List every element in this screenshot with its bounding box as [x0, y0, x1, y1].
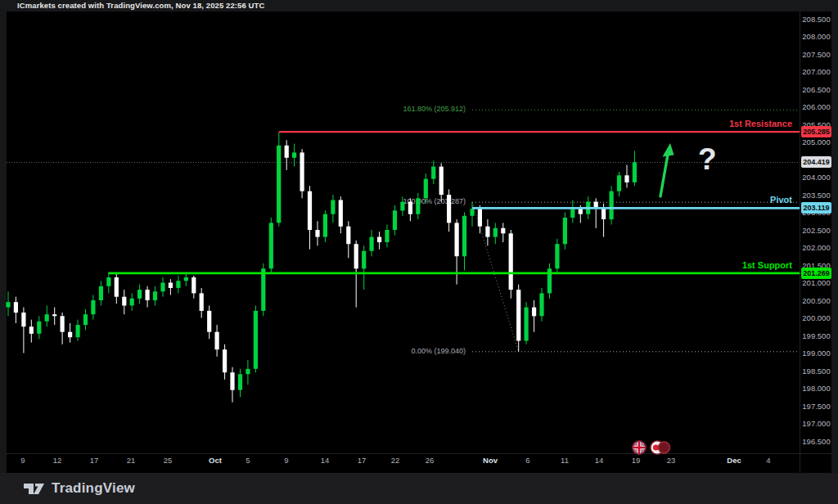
candle — [29, 320, 34, 343]
candle — [215, 325, 219, 357]
candle — [331, 195, 335, 223]
candle — [485, 219, 489, 245]
candle — [509, 230, 513, 299]
candle — [68, 323, 72, 343]
time-tick-label: Dec — [718, 456, 750, 465]
time-tick-label: 4 — [752, 456, 785, 465]
pivot-price-tag: 203.119 — [801, 202, 831, 214]
candle — [200, 288, 204, 318]
time-tick-label: 19 — [619, 456, 652, 465]
candle — [285, 140, 289, 170]
candle — [230, 367, 234, 403]
candle — [153, 286, 157, 306]
support-label[interactable]: 1st Support — [628, 260, 792, 270]
time-tick-label: 5 — [232, 456, 264, 465]
candle — [315, 221, 319, 245]
support-price-tag: 201.269 — [801, 268, 831, 279]
time-tick-label: 21 — [115, 456, 147, 465]
candle — [130, 293, 134, 311]
candle — [617, 172, 621, 196]
candle — [160, 277, 164, 297]
candle — [525, 302, 529, 344]
candle — [137, 285, 142, 304]
candle — [261, 263, 265, 317]
candle — [346, 221, 350, 258]
candle — [122, 290, 126, 314]
candle — [308, 186, 312, 249]
candle — [501, 223, 505, 242]
tradingview-chart-window: ICmarkets created with TradingView.com, … — [0, 0, 838, 504]
candle — [594, 198, 598, 227]
question-mark-annotation[interactable]: ? — [698, 142, 717, 177]
candle — [91, 295, 95, 320]
candle — [21, 308, 25, 353]
time-tick-label: 11 — [548, 456, 581, 465]
candle — [563, 213, 567, 250]
candle — [339, 196, 343, 233]
candle — [416, 193, 420, 219]
up-arrow[interactable] — [660, 143, 674, 196]
time-tick-label: Oct — [199, 456, 232, 465]
candle — [493, 223, 498, 244]
candle — [169, 279, 173, 295]
time-tick-label: 22 — [379, 456, 412, 465]
bottom-bar: TradingView — [0, 473, 838, 504]
candle — [516, 285, 520, 352]
candle — [269, 218, 273, 274]
last-price-tag: 204.419 — [801, 156, 831, 168]
candle — [424, 173, 428, 204]
candle — [300, 149, 304, 198]
time-tick-label: 25 — [151, 456, 184, 465]
candle — [99, 281, 103, 305]
candle — [292, 144, 296, 167]
tradingview-logo-text: TradingView — [52, 480, 135, 497]
candle — [146, 286, 150, 308]
candle — [223, 344, 227, 380]
time-tick-label: 12 — [41, 456, 74, 465]
time-tick-label: Nov — [474, 456, 507, 465]
time-tick-label: 14 — [583, 456, 615, 465]
time-tick-label: 6 — [511, 456, 544, 465]
candle — [462, 213, 466, 271]
time-tick-label: 26 — [413, 456, 446, 465]
candle — [14, 297, 18, 323]
candle — [570, 200, 574, 223]
resistance-price-tag: 205.285 — [801, 126, 831, 137]
candle — [246, 360, 250, 385]
candle — [76, 320, 80, 341]
time-tick-label: 17 — [78, 456, 110, 465]
candle — [439, 163, 444, 201]
candle — [539, 288, 543, 322]
candle — [115, 274, 119, 304]
candle — [238, 369, 242, 398]
candle — [633, 151, 637, 186]
candle — [106, 272, 110, 294]
candle — [447, 190, 451, 232]
candle — [6, 291, 10, 316]
candle — [408, 198, 412, 221]
candle — [555, 239, 559, 274]
time-tick-label: 9 — [7, 456, 39, 465]
candle — [400, 196, 404, 216]
resistance-label[interactable]: 1st Resistance — [628, 119, 792, 128]
candle — [176, 276, 180, 294]
candle — [61, 313, 65, 344]
candle — [431, 160, 435, 184]
time-tick-label: 9 — [270, 456, 303, 465]
pivot-label[interactable]: Pivot — [628, 195, 792, 205]
candle — [532, 300, 536, 332]
time-tick-label: 14 — [309, 456, 341, 465]
candle — [393, 205, 397, 236]
candle — [478, 205, 482, 233]
candle — [455, 219, 459, 285]
time-tick-label: 17 — [345, 456, 378, 465]
candle — [52, 308, 56, 326]
tradingview-logo[interactable]: TradingView — [23, 479, 135, 497]
candle — [323, 210, 327, 242]
chart-canvas[interactable] — [0, 0, 838, 504]
candle — [547, 263, 552, 299]
candle — [83, 309, 88, 331]
candle — [624, 165, 628, 188]
candle — [45, 306, 49, 327]
candle — [377, 232, 381, 250]
